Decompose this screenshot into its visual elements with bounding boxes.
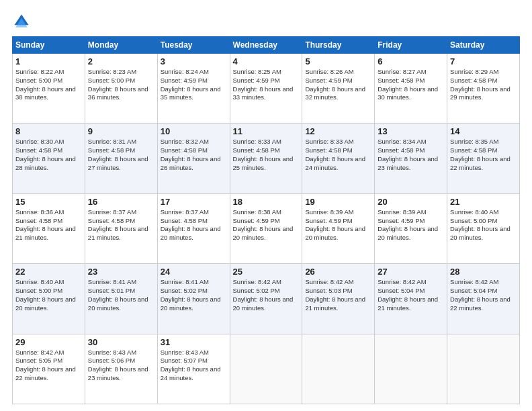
sunset-text: Sunset: 4:58 PM [88, 146, 154, 155]
sunset-text: Sunset: 4:58 PM [378, 146, 444, 155]
sunrise-text: Sunrise: 8:42 AM [15, 349, 82, 357]
day-number: 23 [88, 267, 154, 277]
sunrise-text: Sunrise: 8:39 AM [305, 208, 371, 217]
header-saturday: Saturday [447, 37, 520, 54]
day-number: 8 [15, 126, 82, 136]
sunrise-text: Sunrise: 8:35 AM [450, 138, 517, 146]
sunset-text: Sunset: 5:07 PM [161, 357, 227, 365]
daylight-text: Daylight: 8 hours and 22 minutes. [15, 365, 82, 383]
sunset-text: Sunset: 4:58 PM [450, 146, 517, 155]
calendar-cell: 3Sunrise: 8:24 AMSunset: 4:59 PMDaylight… [157, 54, 230, 124]
sunset-text: Sunset: 4:59 PM [378, 217, 444, 226]
day-number: 30 [88, 337, 154, 347]
daylight-text: Daylight: 8 hours and 20 minutes. [305, 225, 371, 242]
sunrise-text: Sunrise: 8:33 AM [233, 138, 300, 146]
day-number: 22 [15, 267, 82, 277]
page: SundayMondayTuesdayWednesdayThursdayFrid… [0, 0, 532, 411]
daylight-text: Daylight: 8 hours and 24 minutes. [305, 155, 371, 173]
header-wednesday: Wednesday [230, 37, 302, 54]
calendar-cell [302, 334, 375, 404]
calendar-cell: 15Sunrise: 8:36 AMSunset: 4:58 PMDayligh… [13, 193, 85, 263]
sunset-text: Sunset: 5:00 PM [15, 287, 82, 295]
sunset-text: Sunset: 4:58 PM [15, 146, 82, 155]
day-number: 4 [233, 56, 300, 66]
sunrise-text: Sunrise: 8:36 AM [15, 208, 82, 217]
sunrise-text: Sunrise: 8:34 AM [378, 138, 444, 146]
sunset-text: Sunset: 4:58 PM [233, 146, 300, 155]
calendar-cell: 26Sunrise: 8:42 AMSunset: 5:03 PMDayligh… [302, 264, 375, 334]
daylight-text: Daylight: 8 hours and 35 minutes. [161, 85, 227, 103]
calendar-cell [230, 334, 302, 404]
sunrise-text: Sunrise: 8:41 AM [88, 278, 154, 287]
daylight-text: Daylight: 8 hours and 20 minutes. [15, 295, 82, 313]
calendar-table: SundayMondayTuesdayWednesdayThursdayFrid… [12, 36, 520, 404]
day-number: 14 [450, 126, 517, 136]
sunset-text: Sunset: 4:59 PM [233, 217, 300, 226]
daylight-text: Daylight: 8 hours and 20 minutes. [233, 295, 300, 313]
sunrise-text: Sunrise: 8:29 AM [450, 68, 517, 77]
daylight-text: Daylight: 8 hours and 23 minutes. [88, 365, 154, 383]
calendar-cell: 14Sunrise: 8:35 AMSunset: 4:58 PMDayligh… [447, 124, 520, 193]
day-number: 31 [161, 337, 227, 347]
sunrise-text: Sunrise: 8:42 AM [450, 278, 517, 287]
daylight-text: Daylight: 8 hours and 21 minutes. [88, 225, 154, 242]
sunset-text: Sunset: 5:06 PM [88, 357, 154, 365]
sunset-text: Sunset: 4:58 PM [88, 217, 154, 226]
calendar-cell: 19Sunrise: 8:39 AMSunset: 4:59 PMDayligh… [302, 193, 375, 263]
calendar-cell: 18Sunrise: 8:38 AMSunset: 4:59 PMDayligh… [230, 193, 302, 263]
day-number: 24 [161, 267, 227, 277]
calendar-cell [447, 334, 520, 404]
calendar-cell: 31Sunrise: 8:43 AMSunset: 5:07 PMDayligh… [157, 334, 230, 404]
sunset-text: Sunset: 4:59 PM [305, 77, 371, 85]
daylight-text: Daylight: 8 hours and 33 minutes. [233, 85, 300, 103]
sunset-text: Sunset: 5:04 PM [450, 287, 517, 295]
calendar-cell: 28Sunrise: 8:42 AMSunset: 5:04 PMDayligh… [447, 264, 520, 334]
sunset-text: Sunset: 5:00 PM [88, 77, 154, 85]
day-number: 12 [305, 126, 371, 136]
day-number: 19 [305, 197, 371, 207]
calendar-cell: 12Sunrise: 8:33 AMSunset: 4:58 PMDayligh… [302, 124, 375, 193]
calendar-cell: 29Sunrise: 8:42 AMSunset: 5:05 PMDayligh… [13, 334, 85, 404]
calendar-cell: 7Sunrise: 8:29 AMSunset: 4:58 PMDaylight… [447, 54, 520, 124]
sunset-text: Sunset: 4:58 PM [161, 146, 227, 155]
day-number: 9 [88, 126, 154, 136]
calendar-cell: 9Sunrise: 8:31 AMSunset: 4:58 PMDaylight… [85, 124, 157, 193]
calendar-cell: 17Sunrise: 8:37 AMSunset: 4:58 PMDayligh… [157, 193, 230, 263]
header [12, 12, 520, 31]
day-number: 29 [15, 337, 82, 347]
calendar-cell: 27Sunrise: 8:42 AMSunset: 5:04 PMDayligh… [375, 264, 447, 334]
daylight-text: Daylight: 8 hours and 21 minutes. [305, 295, 371, 313]
daylight-text: Daylight: 8 hours and 26 minutes. [161, 155, 227, 173]
header-sunday: Sunday [13, 37, 85, 54]
header-monday: Monday [85, 37, 157, 54]
daylight-text: Daylight: 8 hours and 38 minutes. [15, 85, 82, 103]
sunrise-text: Sunrise: 8:42 AM [233, 278, 300, 287]
sunset-text: Sunset: 5:03 PM [305, 287, 371, 295]
sunset-text: Sunset: 5:04 PM [378, 287, 444, 295]
sunrise-text: Sunrise: 8:26 AM [305, 68, 371, 77]
sunrise-text: Sunrise: 8:25 AM [233, 68, 300, 77]
sunset-text: Sunset: 4:58 PM [378, 77, 444, 85]
calendar-cell: 6Sunrise: 8:27 AMSunset: 4:58 PMDaylight… [375, 54, 447, 124]
day-number: 13 [378, 126, 444, 136]
sunset-text: Sunset: 4:59 PM [305, 217, 371, 226]
day-number: 10 [161, 126, 227, 136]
calendar-week-4: 22Sunrise: 8:40 AMSunset: 5:00 PMDayligh… [13, 264, 520, 334]
daylight-text: Daylight: 8 hours and 20 minutes. [161, 295, 227, 313]
daylight-text: Daylight: 8 hours and 30 minutes. [378, 85, 444, 103]
calendar-cell: 25Sunrise: 8:42 AMSunset: 5:02 PMDayligh… [230, 264, 302, 334]
sunset-text: Sunset: 5:02 PM [233, 287, 300, 295]
day-number: 21 [450, 197, 517, 207]
daylight-text: Daylight: 8 hours and 21 minutes. [378, 295, 444, 313]
day-number: 11 [233, 126, 300, 136]
daylight-text: Daylight: 8 hours and 36 minutes. [88, 85, 154, 103]
day-number: 25 [233, 267, 300, 277]
calendar-week-1: 1Sunrise: 8:22 AMSunset: 5:00 PMDaylight… [13, 54, 520, 124]
calendar-cell: 8Sunrise: 8:30 AMSunset: 4:58 PMDaylight… [13, 124, 85, 193]
logo [12, 12, 34, 31]
sunrise-text: Sunrise: 8:38 AM [233, 208, 300, 217]
sunrise-text: Sunrise: 8:42 AM [378, 278, 444, 287]
sunrise-text: Sunrise: 8:42 AM [305, 278, 371, 287]
day-number: 5 [305, 56, 371, 66]
sunset-text: Sunset: 4:59 PM [233, 77, 300, 85]
